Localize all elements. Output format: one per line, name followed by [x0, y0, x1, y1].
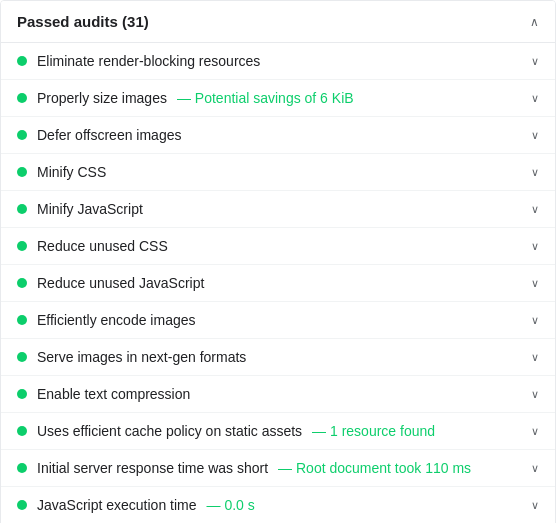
audit-item-chevron-icon: ∨	[531, 314, 539, 327]
audit-list: Eliminate render-blocking resources∨Prop…	[1, 43, 555, 523]
audit-item-left: JavaScript execution time — 0.0 s	[17, 497, 523, 513]
pass-indicator-dot	[17, 93, 27, 103]
audit-label: Serve images in next-gen formats	[37, 349, 246, 365]
pass-indicator-dot	[17, 389, 27, 399]
audit-item-chevron-icon: ∨	[531, 388, 539, 401]
section-chevron-icon: ∧	[530, 15, 539, 29]
audit-item-serve-images-next-gen[interactable]: Serve images in next-gen formats∨	[1, 339, 555, 376]
pass-indicator-dot	[17, 56, 27, 66]
audit-item-enable-text-compression[interactable]: Enable text compression∨	[1, 376, 555, 413]
pass-indicator-dot	[17, 130, 27, 140]
audit-item-efficiently-encode-images[interactable]: Efficiently encode images∨	[1, 302, 555, 339]
pass-indicator-dot	[17, 278, 27, 288]
pass-indicator-dot	[17, 463, 27, 473]
audit-item-uses-efficient-cache[interactable]: Uses efficient cache policy on static as…	[1, 413, 555, 450]
audit-item-left: Uses efficient cache policy on static as…	[17, 423, 523, 439]
audit-label: Defer offscreen images	[37, 127, 181, 143]
audit-item-chevron-icon: ∨	[531, 203, 539, 216]
audit-item-left: Properly size images — Potential savings…	[17, 90, 523, 106]
pass-indicator-dot	[17, 500, 27, 510]
audit-item-left: Serve images in next-gen formats	[17, 349, 523, 365]
pass-indicator-dot	[17, 352, 27, 362]
audit-item-left: Minify JavaScript	[17, 201, 523, 217]
audit-item-chevron-icon: ∨	[531, 277, 539, 290]
pass-indicator-dot	[17, 426, 27, 436]
audit-item-left: Defer offscreen images	[17, 127, 523, 143]
audit-item-left: Reduce unused CSS	[17, 238, 523, 254]
audit-item-left: Enable text compression	[17, 386, 523, 402]
audit-item-left: Reduce unused JavaScript	[17, 275, 523, 291]
audit-item-chevron-icon: ∨	[531, 92, 539, 105]
audit-label: Reduce unused JavaScript	[37, 275, 204, 291]
audit-item-minify-css[interactable]: Minify CSS∨	[1, 154, 555, 191]
audit-label: Minify JavaScript	[37, 201, 143, 217]
audit-item-chevron-icon: ∨	[531, 499, 539, 512]
audit-item-chevron-icon: ∨	[531, 55, 539, 68]
audit-item-properly-size-images[interactable]: Properly size images — Potential savings…	[1, 80, 555, 117]
audit-label: Minify CSS	[37, 164, 106, 180]
audit-item-reduce-unused-css[interactable]: Reduce unused CSS∨	[1, 228, 555, 265]
audit-item-javascript-execution-time[interactable]: JavaScript execution time — 0.0 s∨	[1, 487, 555, 523]
audit-item-left: Minify CSS	[17, 164, 523, 180]
audit-note: — Potential savings of 6 KiB	[177, 90, 354, 106]
section-title: Passed audits (31)	[17, 13, 149, 30]
audit-item-defer-offscreen-images[interactable]: Defer offscreen images∨	[1, 117, 555, 154]
audit-item-minify-javascript[interactable]: Minify JavaScript∨	[1, 191, 555, 228]
audit-note: — 1 resource found	[312, 423, 435, 439]
audit-item-chevron-icon: ∨	[531, 425, 539, 438]
section-title-text: Passed audits	[17, 13, 118, 30]
section-header[interactable]: Passed audits (31) ∧	[1, 1, 555, 43]
audit-item-chevron-icon: ∨	[531, 166, 539, 179]
passed-audits-section: Passed audits (31) ∧ Eliminate render-bl…	[0, 0, 556, 523]
audit-label: Eliminate render-blocking resources	[37, 53, 260, 69]
audit-item-left: Efficiently encode images	[17, 312, 523, 328]
audit-label: Reduce unused CSS	[37, 238, 168, 254]
audit-item-left: Initial server response time was short —…	[17, 460, 523, 476]
audit-label: Initial server response time was short	[37, 460, 268, 476]
pass-indicator-dot	[17, 241, 27, 251]
section-count: 31	[127, 13, 144, 30]
audit-item-eliminate-render-blocking[interactable]: Eliminate render-blocking resources∨	[1, 43, 555, 80]
audit-label: Properly size images	[37, 90, 167, 106]
audit-label: Enable text compression	[37, 386, 190, 402]
audit-item-chevron-icon: ∨	[531, 240, 539, 253]
audit-item-chevron-icon: ∨	[531, 351, 539, 364]
audit-note: — 0.0 s	[207, 497, 255, 513]
pass-indicator-dot	[17, 167, 27, 177]
audit-label: JavaScript execution time	[37, 497, 197, 513]
audit-label: Uses efficient cache policy on static as…	[37, 423, 302, 439]
audit-item-chevron-icon: ∨	[531, 462, 539, 475]
audit-item-left: Eliminate render-blocking resources	[17, 53, 523, 69]
audit-note: — Root document took 110 ms	[278, 460, 471, 476]
audit-item-reduce-unused-javascript[interactable]: Reduce unused JavaScript∨	[1, 265, 555, 302]
audit-item-server-response-time[interactable]: Initial server response time was short —…	[1, 450, 555, 487]
pass-indicator-dot	[17, 315, 27, 325]
audit-item-chevron-icon: ∨	[531, 129, 539, 142]
audit-label: Efficiently encode images	[37, 312, 196, 328]
pass-indicator-dot	[17, 204, 27, 214]
